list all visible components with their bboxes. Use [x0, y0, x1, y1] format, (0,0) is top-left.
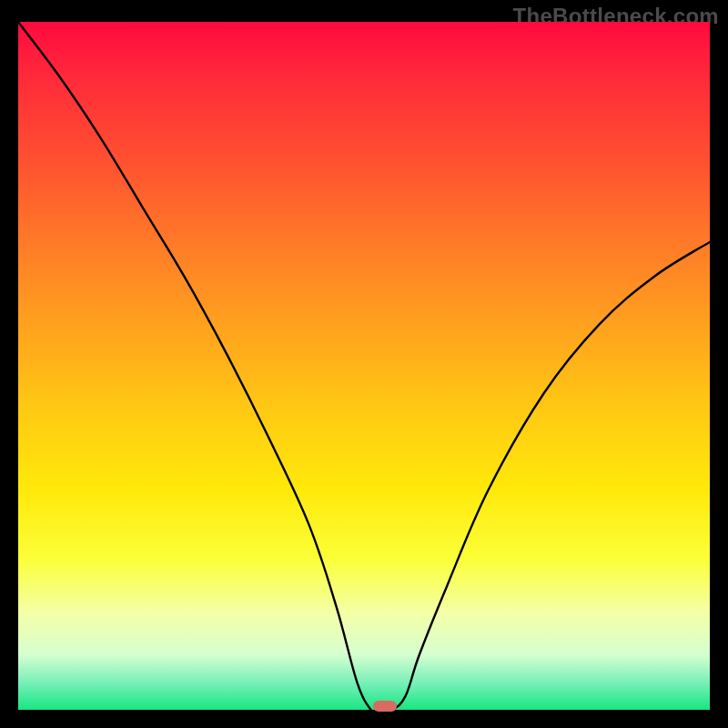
curve-layer [18, 22, 710, 710]
chart-frame: TheBottleneck.com [0, 0, 728, 728]
bottleneck-curve [18, 22, 710, 710]
optimum-marker [373, 701, 397, 712]
plot-area [18, 22, 710, 710]
